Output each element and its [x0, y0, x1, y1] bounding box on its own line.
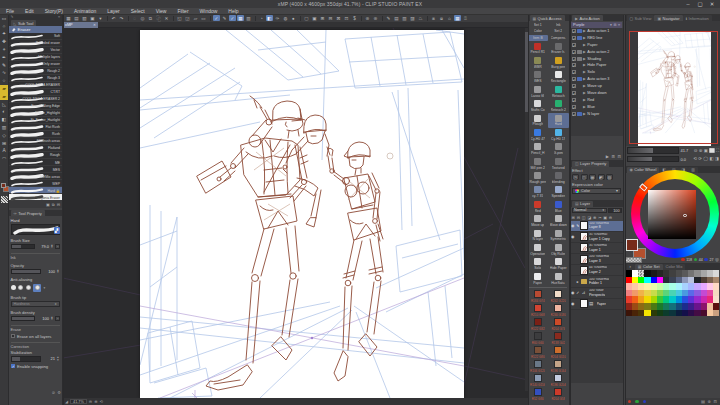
layer-toolbar-icon[interactable]: ⊕ [593, 215, 596, 220]
navigator-rotate-slider[interactable] [627, 156, 679, 163]
brush-size-row[interactable]: 79.0 ▴▾ ◔ [11, 244, 61, 250]
pen-tool-icon[interactable]: ✒ [0, 53, 8, 61]
layer-row[interactable]: ◉▤Paper [570, 299, 623, 310]
color-swatch[interactable] [713, 310, 719, 317]
subtool-item[interactable]: Soft [9, 33, 63, 40]
subtool-item-dragged[interactable]: Dragonia Eraser [9, 194, 63, 201]
brush-size-stepper[interactable]: ▴▾ [50, 244, 54, 249]
canvas-viewport[interactable] [63, 28, 528, 398]
subtool-item[interactable]: Rounded eraser [9, 40, 63, 47]
minimize-button[interactable]: – [682, 0, 694, 8]
color-swatch[interactable] [713, 277, 719, 284]
quick-access-item[interactable]: cy-T 35 [528, 185, 549, 199]
airbrush-icon[interactable]: ◍ [282, 15, 289, 21]
move-tool-icon[interactable]: ✥ [0, 38, 8, 46]
layer-row[interactable]: ◉✎100 %NormalLayer 8 [570, 221, 623, 232]
subtool-item[interactable]: Eraser_Highlight [9, 110, 63, 117]
quick-access-item[interactable]: Move up [528, 214, 549, 228]
subtool-item[interactable]: Flatland [9, 145, 63, 152]
navigator-rotate-icon[interactable]: ⟲ [693, 156, 697, 161]
quick-access-item[interactable]: Ink [548, 22, 569, 29]
auto-action-item[interactable]: ✓▶Paper [570, 42, 623, 49]
auto-action-item[interactable]: ✓▶Blue [570, 104, 623, 111]
quick-access-item[interactable]: blending [548, 171, 569, 185]
page-flip-icon[interactable]: ⊠ [335, 15, 342, 21]
erase-all-layers-checkbox[interactable] [11, 334, 16, 339]
layer-row[interactable]: ◉35 %NormalLayer 1 Copy [570, 232, 623, 243]
stabilization-value[interactable]: 21 [42, 356, 55, 361]
layer-toolbar-icon[interactable]: ◪ [587, 215, 591, 220]
layer-row[interactable]: ◉✓⊿100 %NorPerspectiv [570, 288, 623, 299]
quick-access-item[interactable]: Blue [548, 200, 569, 214]
tab-layer[interactable]: ▤ Layer [572, 201, 593, 207]
effect-button[interactable]: ◳ [572, 174, 579, 181]
story-icon[interactable]: ⊟ [327, 15, 334, 21]
menu-file[interactable]: File [6, 8, 14, 14]
quick-access-color-item[interactable]: R184 G74 [528, 289, 549, 303]
antialias-none-button[interactable] [11, 285, 16, 290]
flip-view-icon[interactable]: ◧ [266, 15, 273, 21]
layers-view-icon[interactable]: ▤ [393, 15, 400, 21]
auto-action-footer-icon[interactable]: ⊟ [617, 154, 621, 159]
opacity-value[interactable]: 100 [42, 269, 55, 274]
grid-view-icon[interactable]: ⊞ [319, 15, 326, 21]
quick-access-item[interactable]: Color [528, 28, 549, 35]
brush-density-value[interactable]: 100 [36, 316, 49, 321]
subtool-menu-icon[interactable]: ≡ [58, 15, 60, 19]
workspace-grid-icon[interactable]: ▦ [65, 15, 72, 21]
layer-toolbar-icon[interactable]: ⊞ [572, 215, 575, 220]
quick-access-color-item[interactable]: R52 G80 [528, 387, 549, 401]
effect-button[interactable]: ▦ [589, 174, 596, 181]
scale-up-icon[interactable]: ◱ [176, 15, 183, 21]
transform-icon[interactable]: ▱ [192, 15, 199, 21]
auto-action-item[interactable]: ✓▶Solo [570, 69, 623, 76]
brush-tool-icon[interactable]: ∿ [0, 69, 8, 77]
subtool-item[interactable]: WEP [9, 180, 63, 187]
subtool-group-eraser[interactable]: Eraser [9, 26, 63, 33]
balloon-tool-icon[interactable]: ◠ [0, 155, 8, 163]
color-swatch[interactable] [713, 296, 719, 303]
canvas-page[interactable] [140, 30, 464, 398]
effect-button[interactable]: ◩ [598, 174, 605, 181]
subtool-item-selected[interactable]: Hard 🔒 [9, 187, 63, 194]
quick-access-color-item[interactable]: R242 G220 [548, 289, 569, 303]
blend-tool-icon[interactable]: ◐ [0, 108, 8, 116]
frame-icon[interactable]: ▢ [303, 15, 310, 21]
color-swatch[interactable] [713, 303, 719, 310]
quick-access-item[interactable]: Red [528, 200, 549, 214]
tab-quick-access[interactable]: ▦ Quick Access [530, 15, 565, 21]
color-swatch[interactable] [713, 283, 719, 290]
brush-density-dynamics-button[interactable]: ◔ [55, 316, 60, 322]
maximize-button[interactable]: ▢ [694, 0, 706, 8]
subtool-item[interactable]: Rough 3 [9, 75, 63, 82]
quick-access-item[interactable]: Rectangle [548, 70, 569, 84]
status-zoom-in-icon[interactable]: ⊕ [94, 399, 97, 404]
subtool-item[interactable]: MSBrush areas [9, 138, 63, 145]
undo-icon[interactable]: ↶ [110, 15, 117, 21]
figure-tool-icon[interactable]: ◇ [0, 131, 8, 139]
quick-access-color-item[interactable]: R138 G42 [548, 331, 569, 345]
layer-row[interactable]: ▸100 %NormalFolder 1 [570, 276, 623, 287]
quick-access-item[interactable]: Solo [528, 257, 549, 271]
layer-toolbar-icon[interactable]: ⊟ [577, 215, 580, 220]
quick-access-item[interactable]: Retouch [548, 84, 569, 98]
quick-access-color-item[interactable]: R204 G74 [548, 317, 569, 331]
quick-access-color-item[interactable]: R204 G58 [548, 387, 569, 401]
quick-access-item[interactable]: Burg pen [548, 56, 569, 70]
layer-toolbar-icon[interactable]: ◫ [582, 215, 586, 220]
auto-action-item[interactable]: ✓▶Hide Paper [570, 62, 623, 69]
tab-intermediate-color[interactable]: ◐ [627, 264, 635, 270]
menu-window[interactable]: Window [200, 8, 218, 14]
quick-access-item[interactable]: Speedier [548, 185, 569, 199]
quick-access-color-item[interactable]: R60 G60 [528, 331, 549, 345]
erase-all-layers-row[interactable]: Erase on all layers [11, 334, 61, 339]
subtool-item[interactable]: Rush [9, 131, 63, 138]
quick-access-color-item[interactable]: R122 G80 [528, 345, 549, 359]
mesh-icon[interactable]: ▭ [200, 15, 207, 21]
auto-action-footer-icons[interactable]: ▶⊞⊟ [606, 154, 621, 159]
menu-view[interactable]: View [156, 8, 167, 14]
subtool-item[interactable]: COOL NEGA ERASER [9, 82, 63, 89]
auto-action-set-icon[interactable]: ⊞ [613, 23, 616, 27]
selection-tool-icon[interactable]: ▭ [0, 15, 8, 23]
color-swatch[interactable] [713, 290, 719, 297]
